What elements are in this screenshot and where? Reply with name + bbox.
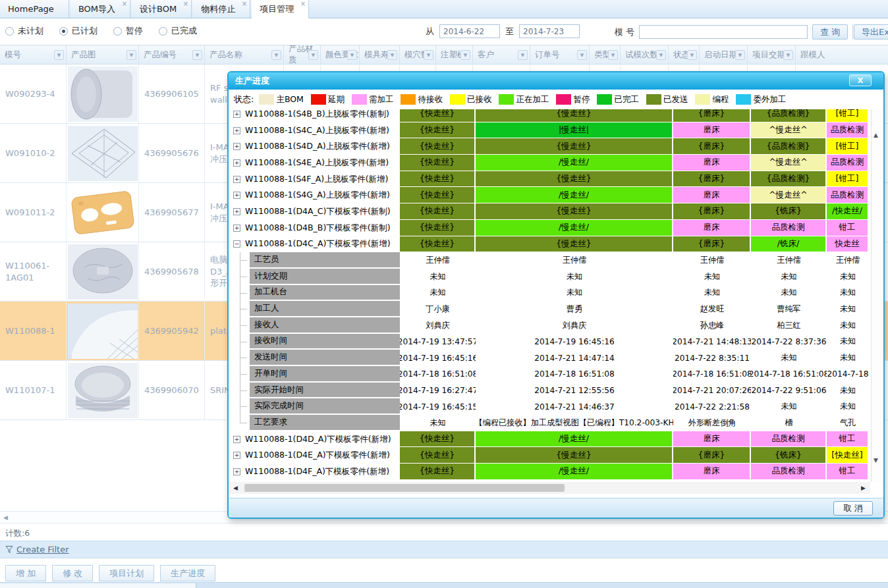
project-plan-button[interactable]: 项目计划 bbox=[99, 565, 154, 581]
operation-cell: {快走丝} bbox=[400, 122, 476, 139]
detail-value: 2014-7-18 16:51:08 bbox=[673, 366, 751, 383]
export-excel-button[interactable]: 导出Excel bbox=[854, 24, 888, 40]
filter-dropdown-icon[interactable]: ▼ bbox=[347, 50, 357, 60]
tab-project-management[interactable]: 项目管理× bbox=[252, 0, 309, 18]
column-header-6: 模具寿命▼ bbox=[360, 45, 400, 64]
scroll-left-icon[interactable]: ◀ bbox=[233, 485, 238, 491]
detail-value: 未知 bbox=[673, 285, 751, 302]
filter-dropdown-icon[interactable]: ▼ bbox=[577, 50, 587, 60]
expand-icon[interactable]: + bbox=[233, 159, 240, 167]
detail-value: 2014-7-19 16:45:16 bbox=[476, 334, 673, 350]
filter-dropdown-icon[interactable]: ▼ bbox=[687, 50, 697, 60]
page-horizontal-scrollbar[interactable] bbox=[0, 582, 888, 588]
detail-label: 计划交期 bbox=[250, 269, 400, 285]
legend-swatch bbox=[311, 94, 326, 105]
date-to-input[interactable] bbox=[519, 24, 580, 38]
collapse-icon[interactable]: − bbox=[233, 240, 240, 248]
tab-design-bom[interactable]: 设计BOM× bbox=[132, 0, 192, 18]
expand-icon[interactable]: + bbox=[233, 452, 240, 459]
expand-icon[interactable]: + bbox=[233, 225, 240, 232]
modify-button[interactable]: 修 改 bbox=[52, 565, 93, 581]
tab-close-icon[interactable]: × bbox=[183, 1, 188, 7]
tab-close-icon[interactable]: × bbox=[242, 1, 247, 7]
operation-cell: 品质检测 bbox=[751, 220, 827, 236]
query-button[interactable]: 查 询 bbox=[812, 24, 848, 40]
tab-bom-import[interactable]: BOM导入× bbox=[70, 0, 130, 18]
tab-close-icon[interactable]: × bbox=[300, 1, 306, 7]
date-from-label: 从 bbox=[426, 26, 434, 38]
detail-row: 实际完成时间2014-7-19 16:45:152014-7-21 14:46:… bbox=[229, 398, 870, 415]
detail-label: 实际开始时间 bbox=[250, 383, 400, 399]
progress-row: +W110088-1(S4E_A)上脱板零件(新增){快走丝}/慢走丝/磨床^慢… bbox=[229, 155, 870, 171]
filter-dropdown-icon[interactable]: ▼ bbox=[518, 50, 528, 60]
part-name: W110088-1(D4B_B)下模板零件(新制) bbox=[245, 223, 391, 234]
operation-cell: {慢走丝} bbox=[476, 109, 673, 122]
filter-dropdown-icon[interactable]: ▼ bbox=[192, 50, 202, 60]
progress-row: +W110088-1(D4A_C)下模板零件(新制){快走丝}{慢走丝}{磨床}… bbox=[229, 203, 870, 220]
progress-row: +W110088-1(S4F_A)上脱板零件(新增){快走丝}{慢走丝}{磨床}… bbox=[229, 171, 870, 188]
expand-icon[interactable]: + bbox=[233, 143, 240, 150]
column-header-4: 产品材质▼ bbox=[284, 45, 321, 64]
operation-cell: 磨床 bbox=[673, 155, 751, 171]
operation-cell: {快走丝} bbox=[400, 464, 476, 480]
filter-dropdown-icon[interactable]: ▼ bbox=[656, 50, 666, 60]
mold-input[interactable] bbox=[639, 25, 808, 39]
filter-dropdown-icon[interactable]: ▼ bbox=[271, 50, 281, 60]
expand-icon[interactable]: + bbox=[233, 468, 240, 475]
expand-icon[interactable]: + bbox=[233, 111, 240, 118]
part-tree-cell: +W110088-1(D4B_B)下模板零件(新制) bbox=[229, 220, 400, 236]
expand-icon[interactable]: + bbox=[233, 208, 240, 215]
scroll-right-icon[interactable]: ▶ bbox=[861, 485, 866, 491]
operation-cell: {快走丝} bbox=[400, 109, 476, 122]
detail-row: 加工机台未知未知未知未知未知 bbox=[229, 285, 870, 302]
part-tree-cell: +W110088-1(D4E_A)下模板零件(新增) bbox=[229, 447, 400, 464]
cancel-button[interactable]: 取 消 bbox=[833, 501, 873, 516]
filter-dropdown-icon[interactable]: ▼ bbox=[54, 50, 64, 60]
tree-connector bbox=[229, 383, 250, 399]
part-name: W110088-1(S4B_B)上脱板零件(新制) bbox=[245, 109, 389, 120]
radio-unplanned[interactable]: 未计划 bbox=[5, 25, 43, 37]
detail-label: 发送时间 bbox=[250, 350, 400, 366]
radio-planned[interactable]: 已计划 bbox=[59, 25, 97, 37]
expand-icon[interactable]: + bbox=[233, 176, 240, 183]
operation-cell: {磨床} bbox=[673, 138, 751, 155]
production-progress-button[interactable]: 生产进度 bbox=[160, 565, 215, 581]
scroll-up-icon[interactable]: ▲ bbox=[874, 132, 878, 138]
filter-dropdown-icon[interactable]: ▼ bbox=[387, 50, 397, 60]
filter-dropdown-icon[interactable]: ▼ bbox=[126, 50, 136, 60]
expand-icon[interactable]: + bbox=[233, 192, 240, 199]
tab-homepage[interactable]: HomePage bbox=[0, 0, 69, 18]
create-filter-link[interactable]: Create Filter bbox=[16, 545, 69, 554]
filter-dropdown-icon[interactable]: ▼ bbox=[424, 50, 433, 60]
dialog-horizontal-scrollbar[interactable]: ◀ ▶ bbox=[229, 482, 870, 494]
legend-swatch bbox=[646, 94, 661, 105]
close-button[interactable]: X bbox=[849, 74, 872, 86]
scrollbar-thumb[interactable] bbox=[0, 583, 196, 588]
scroll-down-icon[interactable]: ▼ bbox=[874, 457, 878, 464]
filter-dropdown-icon[interactable]: ▼ bbox=[460, 50, 470, 60]
date-from-input[interactable] bbox=[439, 24, 500, 38]
tab-material-stop[interactable]: 物料停止× bbox=[193, 0, 250, 18]
expand-icon[interactable]: + bbox=[233, 127, 240, 134]
filter-dropdown-icon[interactable]: ▼ bbox=[783, 50, 793, 60]
column-header-8: 注塑机▼ bbox=[436, 45, 473, 64]
expand-icon[interactable]: + bbox=[233, 436, 240, 443]
detail-value: 王仲儒 bbox=[827, 252, 869, 269]
column-header-0: 模号▼ bbox=[0, 45, 67, 64]
detail-label: 工艺要求 bbox=[250, 415, 400, 431]
part-name: W110088-1(D4A_C)下模板零件(新制) bbox=[245, 206, 391, 217]
filter-dropdown-icon[interactable]: ▼ bbox=[608, 50, 618, 60]
add-button[interactable]: 增 加 bbox=[5, 565, 46, 581]
dialog-vertical-scrollbar[interactable]: ▲ ▼ bbox=[871, 109, 882, 482]
tab-close-icon[interactable]: × bbox=[122, 1, 127, 7]
radio-paused[interactable]: 暂停 bbox=[113, 25, 143, 37]
filter-dropdown-icon[interactable]: ▼ bbox=[735, 50, 745, 60]
detail-row: 加工人丁小康曹勇赵发旺曹纯军未知 bbox=[229, 301, 870, 317]
scrollbar-thumb[interactable] bbox=[244, 484, 565, 492]
filter-dropdown-icon[interactable]: ▼ bbox=[308, 50, 318, 60]
detail-row: 工艺员王仲儒王仲儒王仲儒王仲儒王仲儒 bbox=[229, 252, 870, 269]
radio-completed[interactable]: 已完成 bbox=[159, 25, 197, 37]
scroll-left-icon[interactable]: ◀ bbox=[3, 514, 8, 521]
product-image-cell bbox=[67, 361, 139, 419]
legend-item-label: 正在加工 bbox=[516, 94, 549, 105]
